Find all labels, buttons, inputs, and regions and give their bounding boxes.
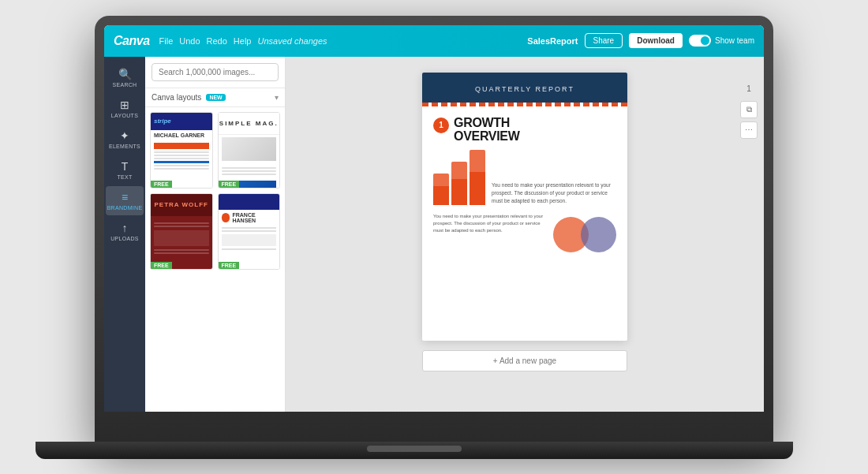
layouts-icon: ⊞: [120, 99, 129, 111]
template-card-simple-mag[interactable]: SIMPLE MAG. FREE: [218, 112, 281, 188]
simple-mag-title: SIMPLE MAG.: [219, 120, 279, 127]
bar-chart: [433, 150, 485, 205]
add-page-button[interactable]: + Add a new page: [422, 350, 627, 371]
sidebar-item-label: TEXT: [117, 174, 132, 180]
laptop-base: [36, 442, 793, 459]
uploads-icon: ↑: [122, 222, 128, 234]
topbar-menu: File Undo Redo Help Unsaved changes: [159, 36, 327, 46]
growth-title: GROWTHOVERVIEW: [454, 116, 520, 144]
chart-area: You need to make your presentation relev…: [433, 150, 616, 205]
search-input[interactable]: [152, 63, 279, 81]
templates-grid: stripe MICHAEL GARNER: [145, 107, 285, 412]
search-icon: 🔍: [118, 68, 132, 80]
template-card-stripe[interactable]: stripe MICHAEL GARNER: [150, 112, 213, 188]
venn-circle-right: [581, 217, 616, 252]
doc-body: 1 GROWTHOVERVIEW You need to make your p…: [422, 106, 627, 266]
sidebar-icons: 🔍 SEARCH ⊞ LAYOUTS ✦ ELEMENTS T TEXT: [104, 57, 145, 412]
topbar: Canva File Undo Redo Help Unsaved change…: [104, 25, 764, 57]
sidebar-item-uploads[interactable]: ↑ UPLOADS: [106, 217, 144, 246]
free-badge: FREE: [219, 181, 240, 188]
more-page-tool[interactable]: ⋯: [740, 121, 758, 139]
filter-badge: NEW: [206, 94, 225, 101]
sidebar-item-label: BRANDMINE: [107, 205, 143, 211]
page-number: 1: [740, 80, 758, 98]
menu-file[interactable]: File: [159, 36, 174, 46]
stripe-logo: stripe: [154, 118, 171, 125]
panel-search-area: [145, 57, 285, 88]
growth-number: 1: [433, 118, 449, 133]
page-tools: 1 ⧉ ⋯: [740, 80, 758, 139]
sidebar-item-text[interactable]: T TEXT: [106, 155, 144, 185]
sidebar-item-search[interactable]: 🔍 SEARCH: [106, 63, 144, 92]
venn-area: You need to make your presentation relev…: [433, 213, 616, 256]
venn-text: You need to make your presentation relev…: [433, 213, 547, 234]
menu-help[interactable]: Help: [234, 36, 252, 46]
logo-circle: [222, 213, 230, 222]
bar-1: [433, 174, 449, 205]
canvas-area: 1 ⧉ ⋯ QUARTERLY REPORT 1 GRO: [286, 57, 764, 412]
template-card-france-hansen[interactable]: FRANCE HANSEN FREE: [218, 193, 281, 270]
sidebar-item-brandmine[interactable]: ≡ BRANDMINE: [106, 186, 144, 215]
sidebar-item-label: ELEMENTS: [109, 144, 140, 149]
canva-logo: Canva: [114, 34, 150, 48]
template-name: MICHAEL GARNER: [151, 130, 212, 140]
body-text: You need to make your presentation relev…: [492, 181, 616, 204]
elements-icon: ✦: [120, 129, 129, 142]
free-badge: FREE: [151, 181, 172, 188]
venn-diagram: [553, 213, 616, 256]
download-button[interactable]: Download: [629, 33, 683, 48]
growth-header: 1 GROWTHOVERVIEW: [433, 116, 616, 144]
filter-label: Canva layouts: [152, 93, 201, 102]
panel-filter[interactable]: Canva layouts NEW ▾: [145, 88, 285, 107]
sidebar-item-elements[interactable]: ✦ ELEMENTS: [106, 125, 144, 154]
unsaved-indicator: Unsaved changes: [257, 36, 327, 46]
show-team-label: Show team: [715, 36, 754, 45]
toggle-pill: [689, 35, 711, 47]
sidebar-item-label: SEARCH: [113, 82, 137, 88]
copy-page-tool[interactable]: ⧉: [740, 101, 758, 118]
free-badge: FREE: [219, 262, 240, 269]
bar-2: [451, 162, 467, 205]
sidebar-item-label: UPLOADS: [110, 236, 139, 241]
show-team-button[interactable]: Show team: [689, 35, 754, 47]
main-area: 🔍 SEARCH ⊞ LAYOUTS ✦ ELEMENTS T TEXT: [104, 57, 764, 412]
topbar-right: SalesReport Share Download Show team: [527, 33, 754, 48]
bar-3: [470, 150, 485, 205]
menu-undo[interactable]: Undo: [179, 36, 200, 46]
sidebar-item-layouts[interactable]: ⊞ LAYOUTS: [106, 94, 144, 123]
menu-redo[interactable]: Redo: [207, 36, 227, 46]
template-card-petra[interactable]: PETRA WOLFF FREE: [150, 193, 213, 270]
share-button[interactable]: Share: [585, 33, 623, 48]
filter-dropdown-arrow: ▾: [275, 93, 279, 102]
doc-header-text: QUARTERLY REPORT: [475, 85, 574, 93]
france-hansen-text: FRANCE HANSEN: [232, 212, 276, 223]
layouts-panel: Canva layouts NEW ▾ stripe MICHAEL GARNE…: [145, 57, 286, 412]
doc-name[interactable]: SalesReport: [527, 36, 578, 46]
laptop-screen: Canva File Undo Redo Help Unsaved change…: [104, 25, 764, 412]
text-icon: T: [122, 160, 129, 173]
brandmine-icon: ≡: [122, 191, 128, 203]
free-badge: FREE: [151, 262, 172, 269]
template-accent: [154, 143, 209, 149]
laptop-frame: Canva File Undo Redo Help Unsaved change…: [95, 16, 773, 442]
sidebar-item-label: LAYOUTS: [111, 113, 138, 118]
doc-header: QUARTERLY REPORT: [422, 73, 627, 103]
petra-title: PETRA WOLFF: [155, 201, 208, 208]
document-page[interactable]: QUARTERLY REPORT 1 GROWTHOVERVIEW: [422, 73, 627, 341]
